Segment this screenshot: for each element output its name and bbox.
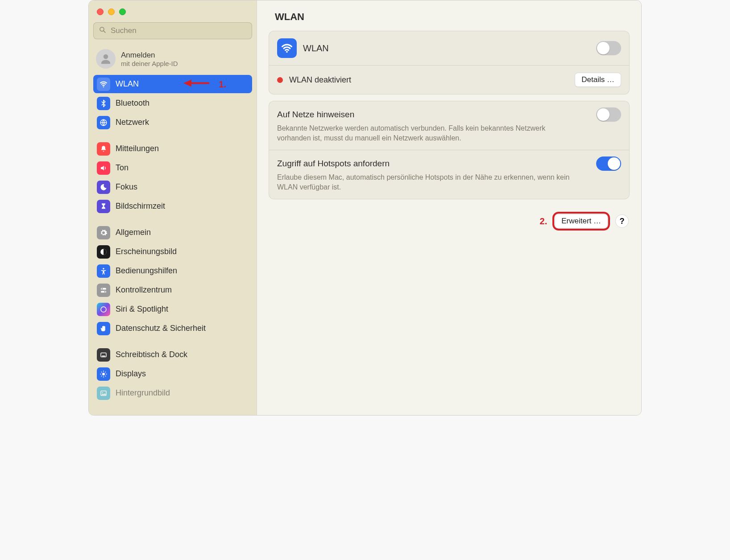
gear-icon	[97, 226, 110, 239]
notify-title: Auf Netze hinweisen	[277, 110, 354, 119]
sidebar-item-label: Ton	[116, 163, 249, 173]
sidebar-item-label: Fokus	[116, 182, 249, 192]
svg-point-16	[102, 373, 105, 375]
wlan-label: WLAN	[303, 43, 329, 54]
wlan-status-row: WLAN deaktiviert Details …	[269, 66, 629, 94]
settings-window: Anmelden mit deiner Apple-ID WLAN	[88, 0, 642, 416]
details-button[interactable]: Details …	[575, 73, 621, 87]
svg-rect-15	[102, 355, 105, 356]
main-content: WLAN WLAN WLAN deaktiviert Details …	[257, 0, 641, 415]
sidebar-item-screentime[interactable]: Bildschirmzeit	[93, 197, 252, 215]
annotation-step-1: 1.	[219, 79, 226, 89]
sidebar-items: WLAN 1. Bluetooth	[93, 75, 252, 402]
sidebar-item-label: Bildschirmzeit	[116, 202, 249, 211]
sidebar-item-label: Allgemein	[116, 228, 249, 237]
annotation-ring: Erweitert …	[552, 212, 610, 231]
sidebar: Anmelden mit deiner Apple-ID WLAN	[89, 0, 257, 415]
wifi-icon	[97, 78, 110, 91]
appearance-icon	[97, 245, 110, 259]
wlan-toggle[interactable]	[596, 41, 621, 55]
dock-icon	[97, 348, 110, 362]
moon-icon	[97, 181, 110, 194]
avatar-icon	[96, 49, 116, 69]
hotspot-title: Zugriff auf Hotspots anfordern	[277, 159, 390, 169]
zoom-window-button[interactable]	[119, 8, 126, 15]
sidebar-item-wallpaper[interactable]: Hintergrundbild	[93, 384, 252, 402]
svg-point-13	[101, 307, 106, 312]
account-subtitle: mit deiner Apple-ID	[121, 60, 178, 67]
bell-icon	[97, 142, 110, 156]
sidebar-item-displays[interactable]: Displays	[93, 365, 252, 383]
sidebar-item-label: Displays	[116, 369, 249, 379]
sidebar-item-label: WLAN	[116, 79, 249, 89]
annotation-arrow-icon	[183, 78, 211, 91]
hourglass-icon	[97, 200, 110, 213]
hotspot-toggle[interactable]	[596, 156, 621, 171]
notify-networks-row: Auf Netze hinweisen Bekannte Netzwerke w…	[269, 101, 629, 150]
control-center-icon	[97, 284, 110, 297]
sidebar-item-label: Mitteilungen	[116, 144, 249, 153]
notify-toggle[interactable]	[596, 107, 621, 122]
svg-point-11	[102, 288, 103, 289]
sidebar-item-label: Siri & Spotlight	[116, 305, 249, 314]
sidebar-item-label: Bedienungshilfen	[116, 266, 249, 276]
svg-line-1	[104, 31, 105, 33]
search-input[interactable]	[93, 22, 252, 39]
sidebar-item-appearance[interactable]: Erscheinungsbild	[93, 243, 252, 261]
sidebar-item-label: Kontrollzentrum	[116, 285, 249, 295]
svg-point-8	[103, 268, 104, 269]
sidebar-item-general[interactable]: Allgemein	[93, 223, 252, 242]
wlan-panel: WLAN WLAN deaktiviert Details …	[269, 31, 630, 95]
sidebar-item-label: Hintergrundbild	[116, 388, 249, 398]
svg-point-0	[100, 27, 104, 31]
sidebar-item-label: Schreibtisch & Dock	[116, 350, 249, 359]
sidebar-item-control-center[interactable]: Kontrollzentrum	[93, 281, 252, 299]
wlan-master-row: WLAN	[269, 31, 629, 65]
siri-icon	[97, 303, 110, 316]
sidebar-item-label: Erscheinungsbild	[116, 247, 249, 256]
svg-point-27	[286, 51, 288, 53]
wifi-icon	[277, 38, 297, 58]
bluetooth-icon	[97, 97, 110, 110]
svg-point-26	[102, 392, 103, 393]
wlan-status-text: WLAN deaktiviert	[289, 75, 351, 85]
search-icon	[99, 26, 107, 36]
sidebar-item-label: Netzwerk	[116, 118, 249, 127]
sidebar-item-label: Datenschutz & Sicherheit	[116, 324, 249, 333]
search-container	[93, 22, 252, 39]
svg-marker-5	[183, 79, 191, 86]
accessibility-icon	[97, 264, 110, 278]
displays-icon	[97, 367, 110, 381]
advanced-button[interactable]: Erweitert …	[555, 214, 608, 228]
sidebar-item-network[interactable]: Netzwerk	[93, 113, 252, 132]
svg-line-24	[101, 375, 102, 376]
sidebar-item-accessibility[interactable]: Bedienungshilfen	[93, 262, 252, 280]
sidebar-item-sound[interactable]: Ton	[93, 159, 252, 177]
notify-desc: Bekannte Netzwerke werden automatisch ve…	[277, 124, 581, 143]
close-window-button[interactable]	[97, 8, 104, 15]
help-button[interactable]: ?	[615, 214, 629, 228]
sidebar-item-focus[interactable]: Fokus	[93, 178, 252, 196]
svg-point-2	[104, 54, 108, 59]
hotspot-desc: Erlaube diesem Mac, automatisch persönli…	[277, 173, 581, 192]
svg-line-21	[101, 371, 102, 372]
account-title: Anmelden	[121, 51, 178, 60]
hand-icon	[97, 322, 110, 335]
hotspot-row: Zugriff auf Hotspots anfordern Erlaube d…	[269, 150, 629, 199]
svg-point-12	[104, 291, 106, 292]
account-texts: Anmelden mit deiner Apple-ID	[121, 51, 178, 67]
window-controls	[93, 6, 252, 22]
sidebar-item-wlan[interactable]: WLAN 1.	[93, 75, 252, 93]
status-dot-icon	[277, 77, 283, 83]
apple-id-sign-in[interactable]: Anmelden mit deiner Apple-ID	[93, 47, 252, 75]
sidebar-item-bluetooth[interactable]: Bluetooth	[93, 94, 252, 112]
minimize-window-button[interactable]	[108, 8, 115, 15]
speaker-icon	[97, 161, 110, 175]
sidebar-item-siri-spotlight[interactable]: Siri & Spotlight	[93, 300, 252, 318]
svg-point-3	[103, 86, 104, 87]
sidebar-item-label: Bluetooth	[116, 99, 249, 108]
sidebar-item-desktop-dock[interactable]: Schreibtisch & Dock	[93, 346, 252, 364]
sidebar-item-privacy-security[interactable]: Datenschutz & Sicherheit	[93, 319, 252, 338]
annotation-step-2: 2.	[540, 216, 548, 226]
sidebar-item-notifications[interactable]: Mitteilungen	[93, 140, 252, 158]
